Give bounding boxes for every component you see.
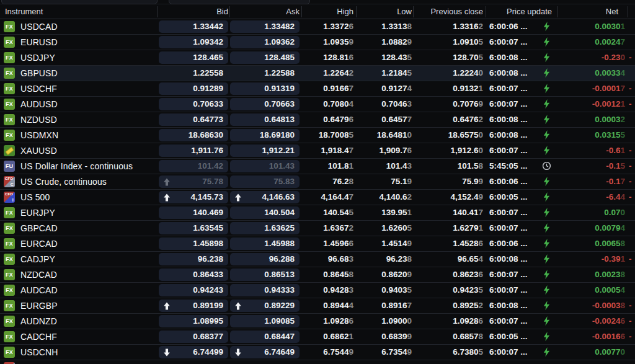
instrument-row-us-crude-continuous[interactable]: CFDCUS Crude, continuous75.7875.8376.287… xyxy=(0,174,635,190)
bid-quote-button[interactable]: 0.68377 xyxy=(159,331,228,343)
instrument-row-usdchf[interactable]: FXUSDCHF0.912890.913190.916670.912740.91… xyxy=(0,81,635,97)
instrument-row-gbpusd[interactable]: FXGBPUSD1.225581.225881.226421.218451.22… xyxy=(0,66,635,81)
ask-quote-button[interactable]: 128.485 xyxy=(230,51,300,64)
net-change-value: 0.00032 xyxy=(556,112,625,127)
bid-quote-button[interactable]: 128.465 xyxy=(159,51,228,64)
column-header-low[interactable]: Low xyxy=(357,6,412,17)
ask-quote-button[interactable]: 1.33482 xyxy=(230,20,300,33)
ask-quote-button[interactable]: 0.94333 xyxy=(230,284,300,296)
ask-quote-button[interactable]: 1,912.21 xyxy=(230,144,300,157)
column-header-high[interactable]: High xyxy=(303,6,353,17)
bid-quote-button[interactable]: 0.94243 xyxy=(159,284,228,296)
bid-quote-button[interactable]: 0.89199 xyxy=(159,300,228,312)
ask-quote-button[interactable]: 1.63625 xyxy=(230,222,300,234)
previous-close-value: 96.654 xyxy=(415,252,483,267)
low-value: 96.238 xyxy=(357,252,412,267)
bid-quote-button[interactable]: 0.64773 xyxy=(159,113,228,126)
price-update-time: 6:00:07 ... xyxy=(489,81,540,96)
bid-quote-button[interactable]: 1.08995 xyxy=(159,315,228,327)
instrument-row-audusd[interactable]: FXAUDUSD0.706330.706630.708040.704630.70… xyxy=(0,97,635,112)
ask-quote-button[interactable]: 0.64813 xyxy=(230,113,300,126)
net-percent-cutoff-fragment: - xyxy=(629,97,635,112)
instrument-name: EURGBP xyxy=(20,298,58,313)
instrument-row-nzdusd[interactable]: FXNZDUSD0.647730.648130.647960.645770.64… xyxy=(0,112,635,128)
instrument-row-eurcad[interactable]: FXEURCAD1.458981.459881.459661.451491.45… xyxy=(0,236,635,252)
ask-quote-button[interactable]: 1.09362 xyxy=(230,36,300,48)
bid-quote-button[interactable]: 18.68630 xyxy=(159,129,228,141)
bid-quote-button[interactable]: 1.63545 xyxy=(159,222,228,234)
lightning-bolt-icon-cell xyxy=(539,221,554,236)
lightning-bolt-icon xyxy=(543,332,551,341)
low-value: 1.62605 xyxy=(357,221,412,236)
bid-quote-button[interactable]: 0.91289 xyxy=(159,82,228,95)
ask-quote-button[interactable]: 140.504 xyxy=(230,206,300,219)
previous-close-value: 128.705 xyxy=(415,50,483,65)
ask-quote-button[interactable]: 18.69180 xyxy=(230,129,300,141)
ask-quote-button[interactable]: 6.74649 xyxy=(230,346,300,358)
column-header-price-update[interactable]: Price update xyxy=(485,6,552,17)
ask-quote-button[interactable]: 0.68447 xyxy=(230,331,300,343)
ask-quote-button[interactable]: 4,146.63 xyxy=(230,191,300,203)
lightning-bolt-icon-cell xyxy=(539,298,554,313)
column-header-prev-close[interactable]: Previous close xyxy=(415,6,483,17)
instrument-row-usdjpy[interactable]: FXUSDJPY128.465128.485128.816128.435128.… xyxy=(0,50,635,66)
instrument-row-audnzd[interactable]: FXAUDNZD1.089951.090851.092861.090001.09… xyxy=(0,314,635,329)
bid-quote-button[interactable]: 6.74499 xyxy=(159,346,228,358)
ask-quote-button[interactable]: 1.45988 xyxy=(230,237,300,250)
low-value: 1.33138 xyxy=(357,19,412,34)
bid-quote-button[interactable]: 140.469 xyxy=(159,206,228,219)
ask-value: 0.64813 xyxy=(264,113,295,126)
instrument-row-cadchf[interactable]: FXCADCHF0.683770.684470.686210.683990.68… xyxy=(0,329,635,345)
instrument-row-eurjpy[interactable]: FXEURJPY140.469140.504140.545139.951140.… xyxy=(0,205,635,221)
ask-quote-button[interactable]: 0.86513 xyxy=(230,269,300,281)
bid-quote-button[interactable]: 1,911.76 xyxy=(159,144,228,157)
column-header-bid[interactable]: Bid xyxy=(159,6,228,17)
bid-quote-button[interactable]: 1.45898 xyxy=(159,237,228,250)
instrument-name: USDCNH xyxy=(20,345,58,360)
instrument-row-usdmxn[interactable]: FXUSDMXN18.6863018.6918018.7008518.64810… xyxy=(0,128,635,143)
lightning-bolt-icon-cell xyxy=(539,66,554,81)
instrument-row-audcad[interactable]: FXAUDCAD0.942430.943330.942830.940350.94… xyxy=(0,283,635,298)
bid-quote-button[interactable]: 75.78 xyxy=(159,175,228,188)
bid-value: 1.09342 xyxy=(193,36,223,48)
ask-quote-button[interactable]: 96.288 xyxy=(230,253,300,265)
bid-quote-button[interactable]: 0.86433 xyxy=(159,269,228,281)
ask-quote-button[interactable]: 0.89229 xyxy=(230,300,300,312)
ask-quote-button[interactable]: 1.22588 xyxy=(230,67,300,79)
bid-quote-button[interactable]: 4,145.73 xyxy=(159,191,228,203)
bid-quote-button[interactable]: 0.70633 xyxy=(159,98,228,110)
ask-quote-button[interactable]: 0.91319 xyxy=(230,82,300,95)
instrument-row-us-dollar-index-continuous[interactable]: FUUS Dollar Index - continuous101.42101.… xyxy=(0,159,635,174)
partial-next-row[interactable] xyxy=(0,360,635,364)
instrument-row-eurgbp[interactable]: FXEURGBP0.891990.892290.894440.891670.89… xyxy=(0,298,635,314)
instrument-row-xauusd[interactable]: XAUUSD1,911.761,912.211,918.471,909.761,… xyxy=(0,143,635,159)
lightning-bolt-icon xyxy=(543,270,551,279)
instrument-row-nzdcad[interactable]: FXNZDCAD0.864330.865130.864580.862090.86… xyxy=(0,267,635,283)
lightning-bolt-icon-cell xyxy=(539,314,554,329)
instrument-row-cadjpy[interactable]: FXCADJPY96.23896.28896.68396.23896.6546:… xyxy=(0,252,635,267)
ask-quote-button[interactable]: 75.83 xyxy=(230,175,300,188)
instrument-row-usdcad[interactable]: FXUSDCAD1.334421.334821.337261.331381.33… xyxy=(0,19,635,35)
instrument-row-usdcnh[interactable]: FXUSDCNH6.744996.746496.754496.735496.73… xyxy=(0,345,635,360)
column-header-net[interactable]: Net xyxy=(556,6,618,17)
ask-quote-button[interactable]: 0.70663 xyxy=(230,98,300,110)
bid-quote-button[interactable]: 1.09342 xyxy=(159,36,228,48)
column-header-instrument[interactable]: Instrument xyxy=(5,6,43,17)
ask-quote-button[interactable]: 101.43 xyxy=(230,160,300,172)
instrument-row-eurusd[interactable]: FXEURUSD1.093421.093621.093591.088291.09… xyxy=(0,35,635,50)
instrument-row-gbpcad[interactable]: FXGBPCAD1.635451.636251.636721.626051.62… xyxy=(0,221,635,236)
lightning-bolt-icon xyxy=(543,22,551,31)
instrument-name: US 500 xyxy=(20,190,50,205)
price-update-time: 6:00:08 ... xyxy=(489,112,540,127)
ask-quote-button[interactable]: 1.09085 xyxy=(230,315,300,327)
net-change-value: 0.03155 xyxy=(556,128,625,143)
bid-quote-button[interactable]: 101.42 xyxy=(159,160,228,172)
bid-quote-button[interactable]: 1.33442 xyxy=(159,20,228,33)
bid-value: 96.238 xyxy=(198,253,223,265)
bid-quote-button[interactable]: 96.238 xyxy=(159,253,228,265)
bid-quote-button[interactable]: 1.22558 xyxy=(159,67,228,79)
column-header-ask[interactable]: Ask xyxy=(230,6,300,17)
high-value: 0.89444 xyxy=(303,298,353,313)
instrument-row-us-500[interactable]: CFDIUS 5004,145.734,146.634,164.474,140.… xyxy=(0,190,635,205)
header-divider xyxy=(557,6,558,17)
